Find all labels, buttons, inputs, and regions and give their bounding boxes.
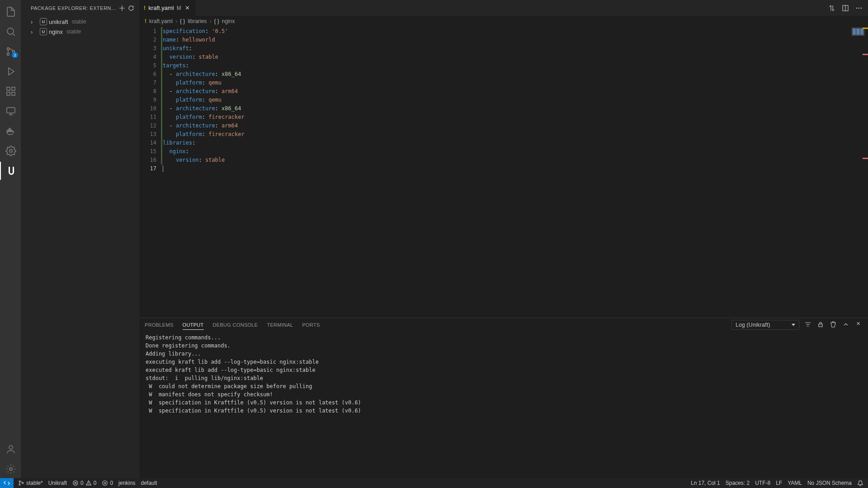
- svg-rect-8: [7, 108, 15, 113]
- lock-scroll-icon[interactable]: [816, 321, 825, 329]
- tab-bar: ! kraft.yaml M ✕: [139, 0, 868, 16]
- add-icon[interactable]: [118, 4, 127, 13]
- more-icon[interactable]: [854, 4, 863, 13]
- warning-count: 0: [94, 480, 97, 486]
- output-line: W manifest does not specify checksum!: [146, 390, 864, 399]
- svg-point-2: [7, 53, 9, 56]
- project-name: Unikraft: [48, 480, 67, 486]
- chevron-right-icon: ›: [175, 18, 177, 24]
- svg-rect-7: [12, 92, 15, 95]
- sidebar-header: PACKAGE EXPLORER: EXTERNA…: [22, 0, 139, 16]
- output-line: stdout: i pulling lib/nginx:stable: [146, 374, 864, 382]
- close-icon[interactable]: ✕: [184, 5, 191, 11]
- scm-badge: 2: [12, 52, 18, 58]
- output-line: W specification in Kraftfile (v0.5) vers…: [146, 407, 864, 415]
- chevron-right-icon: ›: [31, 28, 38, 35]
- output-channel-select[interactable]: Log (Unikraft): [731, 320, 799, 330]
- svg-rect-20: [819, 324, 822, 327]
- editor-area: ! kraft.yaml M ✕: [139, 0, 868, 478]
- svg-point-26: [103, 481, 108, 486]
- split-editor-icon[interactable]: [841, 4, 850, 13]
- object-icon: { }: [214, 18, 219, 24]
- refresh-icon[interactable]: [127, 4, 136, 13]
- indent-status[interactable]: Spaces: 2: [726, 480, 750, 486]
- remote-indicator[interactable]: [0, 478, 14, 488]
- user-status[interactable]: jenkins: [118, 480, 135, 486]
- tree-item-label: unikraft: [49, 19, 68, 25]
- branch-status[interactable]: stable*: [18, 480, 43, 486]
- tab-kraft-yaml[interactable]: ! kraft.yaml M ✕: [139, 0, 196, 16]
- output-channel-label: Log (Unikraft): [736, 322, 770, 328]
- problems-status[interactable]: 0 0: [72, 480, 96, 486]
- source-control-icon[interactable]: 2: [0, 42, 22, 61]
- project-status[interactable]: Unikraft: [48, 480, 67, 486]
- encoding-status[interactable]: UTF-8: [755, 480, 770, 486]
- compare-icon[interactable]: [827, 4, 836, 13]
- eol-status[interactable]: LF: [776, 480, 782, 486]
- unikraft-icon[interactable]: [0, 162, 22, 180]
- run-debug-icon[interactable]: [0, 62, 22, 80]
- notifications-icon[interactable]: [857, 480, 863, 486]
- output-line: Registering commands...: [146, 333, 864, 342]
- tab-modified-marker: M: [177, 5, 181, 11]
- close-panel-icon[interactable]: ✕: [854, 321, 863, 329]
- svg-rect-12: [9, 128, 10, 130]
- object-icon: { }: [180, 18, 185, 24]
- tree-item-nginx[interactable]: › U nginx stable: [22, 27, 139, 37]
- panel-tabs: PROBLEMSOUTPUTDEBUG CONSOLETERMINALPORTS…: [139, 318, 868, 332]
- svg-point-23: [22, 483, 24, 484]
- svg-point-22: [19, 484, 20, 485]
- overview-ruler[interactable]: [862, 27, 868, 318]
- breadcrumb[interactable]: ! kraft.yaml › { } libraries › { } nginx: [139, 16, 868, 27]
- accounts-icon[interactable]: [0, 440, 22, 458]
- svg-point-17: [856, 7, 857, 8]
- svg-point-18: [859, 7, 859, 8]
- settings-sync-icon[interactable]: [0, 142, 22, 160]
- docker-icon[interactable]: [0, 122, 22, 140]
- context-name: default: [141, 480, 157, 486]
- svg-point-0: [7, 28, 14, 34]
- explorer-icon[interactable]: [0, 3, 22, 21]
- panel-tab-debug-console[interactable]: DEBUG CONSOLE: [213, 320, 258, 330]
- manage-icon[interactable]: [0, 460, 22, 478]
- clear-output-icon[interactable]: [829, 321, 837, 329]
- remote-explorer-icon[interactable]: [0, 102, 22, 120]
- code-content[interactable]: specification: '0.5'name: helloworldunik…: [163, 27, 868, 318]
- tab-filename: kraft.yaml: [148, 5, 174, 11]
- activity-bar: 2: [0, 0, 22, 478]
- cursor-position[interactable]: Ln 17, Col 1: [691, 480, 720, 486]
- package-icon: U: [40, 18, 47, 25]
- output-line: W could not determine package size befor…: [146, 382, 864, 390]
- panel-tab-terminal[interactable]: TERMINAL: [267, 320, 293, 330]
- svg-rect-6: [7, 92, 10, 95]
- context-status[interactable]: default: [141, 480, 157, 486]
- tree-item-unikraft[interactable]: › U unikraft stable: [22, 17, 139, 27]
- filter-icon[interactable]: [804, 321, 812, 329]
- extensions-icon[interactable]: [0, 82, 22, 100]
- language-mode[interactable]: YAML: [788, 480, 802, 486]
- user-name: jenkins: [118, 480, 135, 486]
- svg-point-25: [104, 482, 106, 484]
- svg-point-14: [9, 446, 13, 449]
- status-bar: stable* Unikraft 0 0 0 jenkins default: [0, 478, 868, 488]
- chevron-right-icon: ›: [31, 19, 38, 25]
- code-editor[interactable]: 1234567891011121314151617 specification:…: [139, 27, 868, 318]
- svg-rect-4: [7, 87, 10, 90]
- bottom-panel: PROBLEMSOUTPUTDEBUG CONSOLETERMINALPORTS…: [139, 318, 868, 478]
- breadcrumb-file: kraft.yaml: [149, 18, 173, 24]
- search-icon[interactable]: [0, 23, 22, 41]
- output-line: executing kraft lib add --log-type=basic…: [146, 358, 864, 366]
- breadcrumb-seg2: nginx: [222, 18, 235, 24]
- panel-tab-ports[interactable]: PORTS: [302, 320, 320, 330]
- output-body[interactable]: Registering commands...Done registering …: [139, 332, 868, 478]
- json-schema-status[interactable]: No JSON Schema: [807, 480, 852, 486]
- yaml-file-icon: !: [145, 18, 146, 24]
- panel-tab-problems[interactable]: PROBLEMS: [145, 320, 174, 330]
- maximize-panel-icon[interactable]: [842, 321, 850, 329]
- output-line: W specification in Kraftfile (v0.5) vers…: [146, 399, 864, 407]
- sidebar: PACKAGE EXPLORER: EXTERNA… › U unikraft …: [22, 0, 139, 478]
- ports-status[interactable]: 0: [102, 480, 113, 486]
- package-icon: U: [40, 28, 47, 35]
- svg-point-13: [9, 150, 12, 152]
- panel-tab-output[interactable]: OUTPUT: [183, 320, 204, 330]
